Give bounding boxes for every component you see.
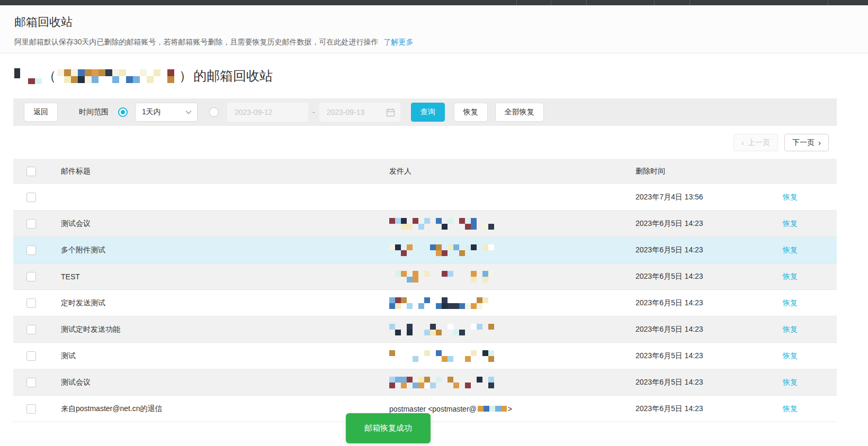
prev-page-button[interactable]: ‹ 上一页: [733, 134, 778, 151]
row-checkbox[interactable]: [26, 245, 36, 255]
recycle-table: 邮件标题 发件人 删除时间 2023年7月4日 13:56 恢复 测试会议 20…: [13, 159, 837, 422]
prev-page-label: 上一页: [748, 138, 770, 148]
calendar-icon: [386, 108, 395, 117]
redacted-sender: [389, 244, 498, 257]
success-toast-message: 邮箱恢复成功: [364, 423, 412, 433]
delete-time-cell: 2023年6月5日 14:23: [636, 219, 783, 229]
mail-title-cell: 测试定时发送功能: [61, 325, 389, 334]
mail-title-cell: 测试会议: [61, 378, 389, 387]
mail-title-cell: 测试: [61, 351, 389, 361]
mail-sender-cell: postmaster <postmaster@>: [389, 405, 636, 413]
recover-link[interactable]: 恢复: [783, 404, 798, 413]
date-range-separator: -: [312, 108, 315, 116]
select-all-checkbox[interactable]: [26, 167, 36, 176]
preset-range-select[interactable]: 1天内: [135, 103, 198, 122]
mail-title-cell: 来自postmaster@net.cn的退信: [61, 404, 389, 414]
table-row: 2023年7月4日 13:56 恢复: [13, 184, 837, 211]
row-checkbox[interactable]: [26, 378, 36, 387]
table-row: 测试定时发送功能 2023年6月5日 14:23 恢复: [13, 316, 837, 343]
header-mail-title: 邮件标题: [61, 167, 389, 176]
date-end-value: 2023-09-13: [327, 108, 365, 116]
recover-link[interactable]: 恢复: [783, 351, 798, 360]
paren-close: ）: [179, 67, 192, 85]
page-header: 邮箱回收站 阿里邮箱默认保存30天内已删除的邮箱账号，若将邮箱账号删除，且需要恢…: [0, 5, 868, 53]
mail-title-cell: 多个附件测试: [61, 245, 389, 255]
pagination: ‹ 上一页 下一页 ›: [733, 134, 829, 151]
table-row: 测试 2023年6月5日 14:23 恢复: [13, 343, 837, 369]
search-button[interactable]: 查询: [411, 103, 445, 122]
mail-title-cell: TEST: [61, 272, 389, 281]
delete-time-cell: 2023年6月5日 14:23: [636, 325, 783, 334]
account-recycle-title: （ ） 的邮箱回收站: [14, 67, 273, 85]
table-row: 定时发送测试 2023年6月5日 14:23 恢复: [13, 290, 837, 316]
date-end-input[interactable]: 2023-09-13: [319, 103, 400, 122]
redacted-sender: [389, 217, 498, 230]
recover-link[interactable]: 恢复: [783, 219, 798, 227]
preset-range-value: 1天内: [142, 107, 161, 117]
account-section: （ ） 的邮箱回收站: [0, 53, 868, 98]
restore-button[interactable]: 恢复: [454, 103, 488, 122]
custom-range-radio[interactable]: [209, 107, 219, 117]
row-checkbox[interactable]: [26, 219, 36, 229]
redacted-account-email: [57, 68, 178, 84]
next-page-label: 下一页: [792, 138, 815, 148]
mail-title-cell: 测试会议: [61, 219, 389, 229]
row-checkbox[interactable]: [26, 298, 36, 308]
mail-sender-cell: [389, 270, 636, 283]
header-delete-time: 删除时间: [636, 167, 783, 176]
time-range-label: 时间范围: [79, 107, 109, 117]
preset-range-radio[interactable]: [118, 107, 128, 117]
mail-title-cell: 定时发送测试: [61, 298, 389, 308]
next-page-button[interactable]: 下一页 ›: [784, 134, 829, 151]
top-nav-bar: [0, 0, 868, 5]
page-description: 阿里邮箱默认保存30天内已删除的邮箱账号，若将邮箱账号删除，且需要恢复历史邮件数…: [14, 38, 868, 47]
redacted-sender: [389, 297, 498, 310]
row-checkbox[interactable]: [26, 272, 36, 281]
recover-link[interactable]: 恢复: [783, 245, 798, 254]
redacted-sender-domain: [478, 405, 507, 413]
page-title: 邮箱回收站: [14, 14, 868, 30]
prev-arrow-icon: ‹: [741, 138, 744, 147]
table-row: 测试会议 2023年6月5日 14:23 恢复: [13, 211, 837, 237]
delete-time-cell: 2023年6月5日 14:23: [636, 298, 783, 308]
table-row: 多个附件测试 2023年6月5日 14:23 恢复: [13, 237, 837, 263]
table-body: 2023年7月4日 13:56 恢复 测试会议 2023年6月5日 14:23 …: [13, 184, 837, 422]
row-checkbox[interactable]: [26, 193, 36, 202]
recover-link[interactable]: 恢复: [783, 378, 798, 386]
redacted-sender: [389, 270, 498, 283]
redacted-sender: [389, 376, 498, 389]
success-toast: 邮箱恢复成功: [346, 413, 431, 443]
row-checkbox[interactable]: [26, 325, 36, 334]
page-description-text: 阿里邮箱默认保存30天内已删除的邮箱账号，若将邮箱账号删除，且需要恢复历史邮件数…: [14, 38, 379, 46]
recover-link[interactable]: 恢复: [783, 272, 798, 280]
header-sender: 发件人: [389, 167, 636, 176]
delete-time-cell: 2023年6月5日 14:23: [636, 378, 783, 387]
restore-all-button[interactable]: 全部恢复: [495, 103, 544, 122]
delete-time-cell: 2023年7月4日 13:56: [636, 193, 783, 202]
table-row: 测试会议 2023年6月5日 14:23 恢复: [13, 369, 837, 396]
recover-link[interactable]: 恢复: [783, 325, 798, 333]
mail-sender-cell: [389, 297, 636, 310]
delete-time-cell: 2023年6月5日 14:23: [636, 272, 783, 281]
paren-open: （: [43, 67, 56, 85]
recover-link[interactable]: 恢复: [783, 193, 798, 201]
next-arrow-icon: ›: [818, 138, 821, 147]
mail-sender-cell: [389, 376, 636, 389]
back-button[interactable]: 返回: [24, 103, 58, 122]
row-checkbox[interactable]: [26, 351, 36, 361]
recover-link[interactable]: 恢复: [783, 298, 798, 307]
mail-sender-cell: [389, 217, 636, 230]
redacted-sender: [389, 350, 498, 362]
mail-sender-cell: [389, 323, 636, 336]
redacted-account-name: [14, 68, 42, 84]
redacted-sender: [389, 323, 498, 336]
row-checkbox[interactable]: [26, 404, 36, 414]
table-row: TEST 2023年6月5日 14:23 恢复: [13, 263, 837, 290]
learn-more-link[interactable]: 了解更多: [383, 38, 413, 46]
delete-time-cell: 2023年6月5日 14:23: [636, 245, 783, 255]
date-start-value: 2023-09-12: [235, 108, 273, 116]
delete-time-cell: 2023年6月5日 14:23: [636, 351, 783, 361]
mail-sender-cell: [389, 350, 636, 362]
date-start-input[interactable]: 2023-09-12: [227, 103, 308, 122]
chevron-down-icon: [185, 110, 192, 114]
